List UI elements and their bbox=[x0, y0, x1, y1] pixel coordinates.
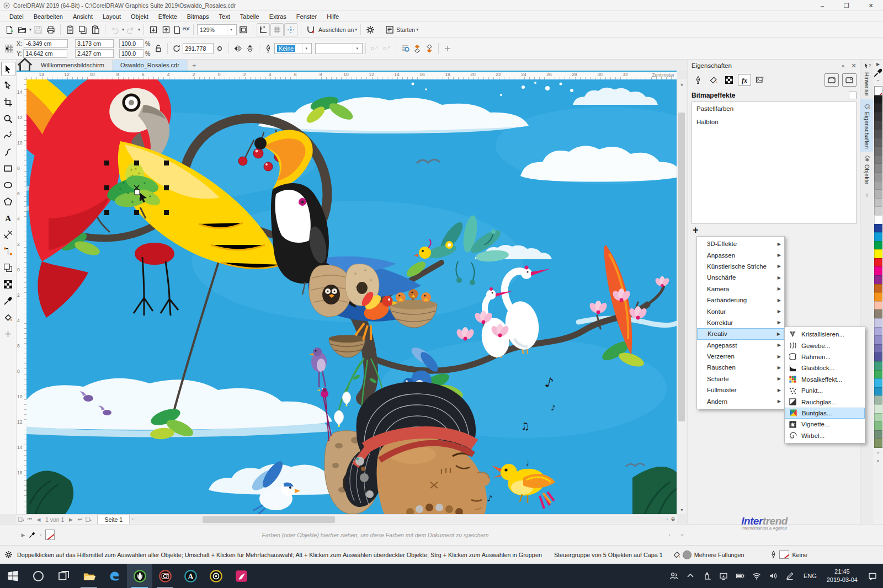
docker-tab-eigenschaften[interactable]: Eigenschaften bbox=[860, 99, 874, 152]
docker-close-icon[interactable]: ✕ bbox=[851, 62, 857, 70]
new-tab-button[interactable]: + bbox=[188, 60, 201, 71]
order-to-front-button[interactable] bbox=[411, 42, 423, 55]
action-center-icon[interactable] bbox=[864, 564, 881, 588]
color-swatch[interactable] bbox=[874, 404, 882, 414]
creative-submenu-item[interactable]: Gewebe... bbox=[785, 340, 865, 351]
rotation-angle-field[interactable]: 291.778 bbox=[183, 43, 214, 54]
color-swatch[interactable] bbox=[874, 352, 882, 362]
color-swatch[interactable] bbox=[874, 189, 882, 199]
color-swatch[interactable] bbox=[874, 249, 882, 259]
palette-scroll-down[interactable]: ⌄ bbox=[873, 448, 883, 457]
docpalette-none-swatch[interactable] bbox=[45, 530, 55, 540]
tab-welcome[interactable]: Willkommensbildschirm bbox=[33, 60, 113, 71]
color-swatch[interactable] bbox=[874, 361, 882, 371]
vertical-ruler[interactable]: 14121086420246810121416 bbox=[17, 79, 27, 514]
edge-browser[interactable] bbox=[102, 564, 127, 588]
open-button[interactable] bbox=[16, 24, 28, 36]
effects-section-icon[interactable]: fx bbox=[738, 74, 751, 86]
menu-datei[interactable]: Datei bbox=[4, 12, 29, 21]
no-color-swatch[interactable] bbox=[874, 86, 882, 95]
color-swatch[interactable] bbox=[874, 112, 882, 121]
frame-summary-icon[interactable] bbox=[825, 73, 839, 87]
color-swatch[interactable] bbox=[874, 335, 882, 345]
rectangle-tool[interactable] bbox=[1, 161, 15, 175]
menu-bearbeiten[interactable]: Bearbeiten bbox=[29, 12, 68, 21]
drawing-canvas[interactable]: ♪ ♫ ♪ ♪ ♩ bbox=[26, 79, 677, 514]
effect-list-item[interactable]: Halbton bbox=[692, 115, 856, 129]
effects-checkbox[interactable] bbox=[849, 92, 857, 99]
launch-button[interactable] bbox=[384, 24, 396, 36]
docpalette-scroll-right[interactable]: › bbox=[665, 531, 674, 539]
full-screen-preview-button[interactable] bbox=[237, 24, 249, 36]
publish-pdf-button[interactable]: PDF bbox=[173, 24, 190, 36]
task-view-button[interactable] bbox=[51, 564, 76, 588]
maximize-button[interactable]: ❒ bbox=[834, 0, 859, 11]
file-explorer[interactable] bbox=[76, 564, 102, 588]
menu-effekte[interactable]: Effekte bbox=[153, 12, 182, 21]
tray-usb[interactable] bbox=[699, 564, 715, 588]
dimension-tool[interactable] bbox=[1, 227, 15, 242]
effects-menu-item[interactable]: Füllmuster▶ bbox=[697, 384, 784, 395]
add-effect-button[interactable]: + bbox=[693, 226, 699, 234]
docpalette-eyedropper-icon[interactable] bbox=[28, 531, 36, 539]
color-swatch[interactable] bbox=[874, 146, 882, 156]
palette-eyedropper-icon[interactable] bbox=[873, 68, 883, 77]
capture-app[interactable] bbox=[203, 564, 228, 588]
color-swatch[interactable] bbox=[874, 327, 882, 336]
language-indicator[interactable]: ENG bbox=[800, 573, 820, 579]
pick-tool[interactable] bbox=[1, 62, 15, 76]
tray-people[interactable] bbox=[666, 564, 682, 588]
bitmap-section-icon[interactable]: ? bbox=[753, 74, 767, 86]
effects-menu-item[interactable]: Kreativ▶ bbox=[697, 328, 784, 339]
add-page-before-button[interactable] bbox=[17, 515, 25, 524]
add-property-button[interactable] bbox=[442, 42, 454, 55]
zoom-tool[interactable] bbox=[1, 111, 15, 126]
menu-layout[interactable]: Layout bbox=[98, 12, 126, 21]
copy-button[interactable] bbox=[77, 24, 89, 36]
add-page-after-button[interactable] bbox=[84, 515, 93, 524]
join-nodes-button[interactable] bbox=[381, 42, 393, 55]
x-position-field[interactable]: -6.349 cm bbox=[24, 39, 68, 48]
transparency-section-icon[interactable] bbox=[722, 74, 736, 86]
color-swatch[interactable] bbox=[874, 163, 882, 173]
creative-submenu-item[interactable]: Rauchglas... bbox=[785, 396, 865, 407]
creative-submenu-item[interactable]: Rahmen... bbox=[785, 351, 865, 362]
color-swatch[interactable] bbox=[874, 370, 882, 379]
color-swatch[interactable] bbox=[874, 181, 882, 190]
scale-x-field[interactable]: 100.0 bbox=[119, 39, 143, 48]
creative-submenu-item[interactable]: Mosaikeffekt... bbox=[785, 374, 865, 385]
docker-tab-objekte[interactable]: Objekte bbox=[860, 152, 874, 188]
color-swatch[interactable] bbox=[874, 439, 882, 448]
tray-volume[interactable] bbox=[765, 564, 781, 588]
tray-display[interactable] bbox=[715, 564, 732, 588]
hscroll-right-arrow[interactable]: › bbox=[666, 517, 668, 522]
effects-menu-item[interactable]: Schärfe▶ bbox=[697, 373, 784, 384]
effects-menu-item[interactable]: Ändern▶ bbox=[697, 395, 784, 407]
undo-button[interactable] bbox=[109, 24, 121, 36]
color-swatch[interactable] bbox=[874, 378, 882, 388]
corel-extra-app[interactable] bbox=[228, 564, 254, 588]
palette-expand[interactable]: » bbox=[873, 457, 883, 466]
previous-page-button[interactable]: ◀ bbox=[34, 515, 43, 524]
redo-button[interactable] bbox=[125, 24, 137, 36]
show-rulers-button[interactable] bbox=[257, 23, 270, 36]
line-style-combo[interactable]: ▾ bbox=[315, 43, 363, 54]
color-swatch[interactable] bbox=[874, 103, 882, 113]
docpalette-scroll-left[interactable]: ‹ bbox=[36, 531, 45, 539]
effects-menu-item[interactable]: 3D-Effekte▶ bbox=[697, 238, 784, 249]
color-swatch[interactable] bbox=[874, 275, 882, 285]
shape-tool[interactable] bbox=[1, 78, 15, 93]
effects-menu-item[interactable]: Anpassen▶ bbox=[697, 249, 784, 260]
menu-extras[interactable]: Extras bbox=[264, 12, 291, 21]
effects-menu-item[interactable]: Verzerren▶ bbox=[697, 351, 784, 362]
menu-bitmaps[interactable]: Bitmaps bbox=[182, 12, 214, 21]
color-swatch[interactable] bbox=[874, 129, 882, 138]
menu-hilfe[interactable]: Hilfe bbox=[322, 12, 344, 21]
minimize-button[interactable]: – bbox=[810, 0, 834, 11]
cut-button[interactable] bbox=[64, 24, 76, 36]
home-tab-button[interactable] bbox=[17, 60, 33, 71]
vertical-scrollbar[interactable]: ▲ ▼ bbox=[677, 79, 687, 514]
hscroll-left-arrow[interactable]: ‹ bbox=[132, 517, 134, 522]
color-swatch[interactable] bbox=[874, 258, 882, 268]
add-docker-button[interactable]: + bbox=[860, 188, 874, 202]
